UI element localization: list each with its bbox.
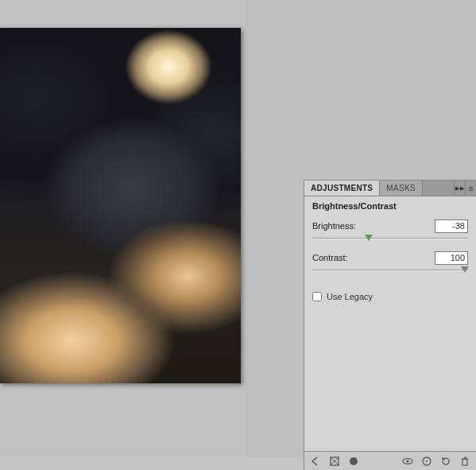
image-content (0, 28, 241, 383)
panel-title: Brightness/Contrast (304, 196, 476, 214)
contrast-label: Contrast: (312, 253, 348, 262)
use-legacy-checkbox[interactable] (312, 292, 322, 301)
contrast-slider[interactable] (312, 266, 468, 276)
trash-icon[interactable] (459, 455, 471, 468)
contrast-input[interactable] (435, 251, 468, 265)
back-arrow-icon[interactable] (309, 455, 322, 468)
adjustments-panel: ADJUSTMENTS MASKS ▸▸ ≡ Brightness/Contra… (304, 180, 476, 470)
brightness-slider[interactable] (312, 235, 468, 244)
use-legacy-row: Use Legacy (304, 278, 476, 301)
svg-point-1 (350, 457, 358, 465)
brightness-control: Brightness: (304, 214, 476, 246)
canvas-area (0, 0, 246, 457)
panel-menu-icon[interactable]: ≡ (465, 181, 476, 196)
contrast-control: Contrast: (304, 246, 476, 278)
tab-adjustments[interactable]: ADJUSTMENTS (304, 181, 380, 196)
brightness-input[interactable] (435, 219, 468, 233)
eye-icon[interactable] (401, 455, 414, 468)
document-image[interactable] (0, 28, 241, 383)
svg-point-3 (406, 460, 408, 462)
clip-icon[interactable] (420, 455, 433, 468)
contrast-thumb[interactable] (461, 266, 469, 273)
collapse-icon[interactable]: ▸▸ (454, 181, 465, 196)
use-legacy-label: Use Legacy (327, 292, 373, 301)
svg-point-5 (426, 460, 428, 462)
svg-rect-6 (462, 459, 467, 465)
mask-icon[interactable] (347, 455, 360, 468)
brightness-label: Brightness: (312, 221, 356, 231)
expand-icon[interactable] (328, 455, 341, 468)
tab-masks[interactable]: MASKS (380, 181, 423, 196)
panel-footer (304, 451, 476, 470)
panel-tab-bar: ADJUSTMENTS MASKS ▸▸ ≡ (304, 181, 476, 196)
brightness-thumb[interactable] (365, 235, 373, 241)
reset-icon[interactable] (439, 455, 452, 468)
